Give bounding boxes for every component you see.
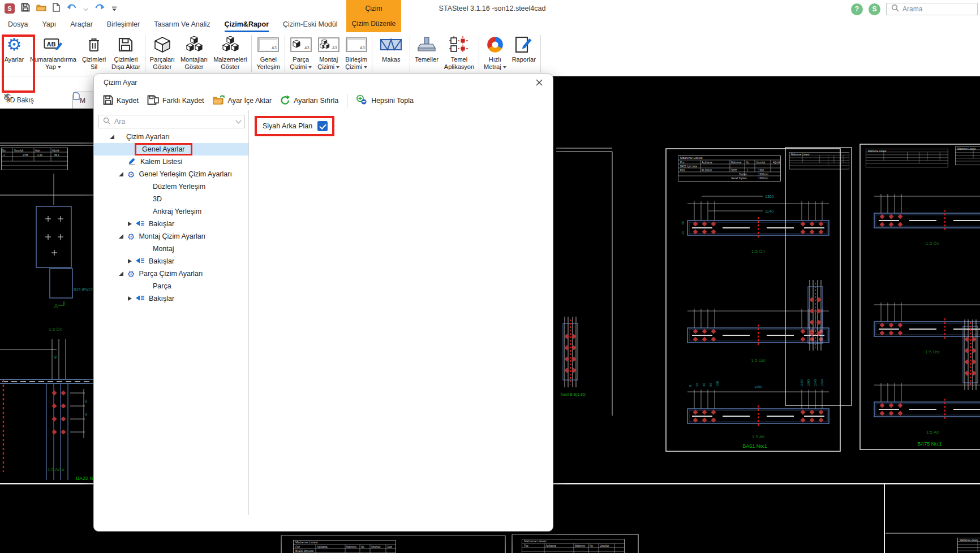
tab-yapi[interactable]: Yapı xyxy=(42,20,56,32)
tree-item-cizim-ayarlari[interactable]: Çizim Ayarları xyxy=(94,131,248,143)
tree-search-box[interactable] xyxy=(98,115,245,128)
ribbon-divider xyxy=(479,35,479,72)
global-search-box[interactable] xyxy=(886,3,978,15)
ribbon-button-montajlari-goster[interactable]: Montajları Göster xyxy=(178,33,210,75)
foundation-icon xyxy=(416,33,437,56)
settings-tree: Çizim Ayarları Genel Ayarlar Kalem Liste… xyxy=(94,131,248,305)
chevron-down-icon[interactable] xyxy=(236,118,242,124)
ribbon-button-raporlar[interactable]: Raporlar xyxy=(509,33,539,75)
tree-item-kalem-listesi[interactable]: Kalem Listesi xyxy=(94,155,248,168)
svg-text:2756: 2756 xyxy=(23,154,29,157)
tree-item-duzlem-yerlesim[interactable]: Düzlem Yerleşim xyxy=(94,180,248,193)
svg-text:Uzunluk: Uzunluk xyxy=(14,149,24,152)
expander-open-icon[interactable] xyxy=(119,271,123,276)
tab-cizim-rapor[interactable]: Çizim&Rapor xyxy=(225,20,269,32)
tree-item-montaj-cizim-ayarlari[interactable]: ⚙ Montaj Çizim Ayarları xyxy=(94,230,248,243)
gear-icon: ⚙ xyxy=(7,33,22,56)
tab-birlesimler[interactable]: Birleşimler xyxy=(107,20,140,32)
svg-text:1:5 Arka: 1:5 Arka xyxy=(48,467,65,472)
doc-tab-3d-bakis[interactable]: 3D Bakış xyxy=(3,93,43,107)
ribbon-button-temeller[interactable]: Temeller xyxy=(412,33,441,75)
open-folder-icon[interactable] xyxy=(36,3,46,14)
collect-all-button[interactable]: Hepsini Topla xyxy=(356,94,414,107)
global-search-input[interactable] xyxy=(902,5,965,13)
svg-text:1360mm: 1360mm xyxy=(758,177,768,180)
expander-closed-icon[interactable] xyxy=(128,296,132,301)
account-button[interactable]: S xyxy=(869,3,880,15)
ribbon-divider xyxy=(285,35,285,72)
tree-item-genel-ayarlar[interactable]: Genel Ayarlar xyxy=(94,143,248,155)
svg-text:Malzeme: Malzeme xyxy=(346,546,357,548)
tab-cizim-eski-modul[interactable]: Çizim-Eski Modül xyxy=(283,20,338,32)
customize-toolbar-icon[interactable] xyxy=(111,3,117,14)
ribbon-divider xyxy=(410,35,410,72)
tab-araclar[interactable]: Araçlar xyxy=(70,20,93,32)
ribbon-button-makas[interactable]: Makas xyxy=(374,33,408,75)
tree-item-bakislar-montaj[interactable]: Bakışlar xyxy=(94,255,248,267)
ribbon-button-genel-yerlesim[interactable]: A3 Genel Yerleşim xyxy=(253,33,283,75)
tab-cizim-duzenle[interactable]: Çizim Düzenle xyxy=(352,20,396,28)
save-as-settings-button[interactable]: Farklı Kaydet xyxy=(147,95,204,107)
svg-text:Genel Toplam: Genel Toplam xyxy=(731,177,747,180)
tree-item-bakislar-genel[interactable]: Bakışlar xyxy=(94,218,248,230)
ribbon-button-birlesim-cizimi[interactable]: A3 Birleşim Çizimi xyxy=(342,33,370,75)
svg-text:BA51 No:1: BA51 No:1 xyxy=(742,443,767,449)
assembly-drawing-icon: A3 xyxy=(318,33,339,56)
titlebar: S STASteel 3.1.16 -son12.steel4cad ? S D… xyxy=(0,0,980,32)
svg-text:Toplam: Toplam xyxy=(739,173,747,176)
collect-icon xyxy=(356,94,368,107)
reset-settings-button[interactable]: Ayarları Sıfırla xyxy=(280,95,338,107)
svg-text:40: 40 xyxy=(54,355,57,359)
tree-item-ankraj-yerlesim[interactable]: Ankraj Yerleşim xyxy=(94,205,248,218)
svg-text:Poz: Poz xyxy=(524,545,529,547)
expander-open-icon[interactable] xyxy=(110,135,114,139)
ribbon-button-cizimleri-disa-aktar[interactable]: Çizimleri Dışa Aktar xyxy=(109,33,143,75)
ribbon-button-numaralandirma-yap[interactable]: AB Numaralandırma Yap xyxy=(27,33,79,75)
import-folder-icon xyxy=(213,95,225,106)
undo-icon[interactable] xyxy=(66,3,77,14)
doc-tab-label: M xyxy=(80,97,85,105)
help-button[interactable]: ? xyxy=(851,3,863,15)
ribbon-button-temel-aplikasyon[interactable]: Temel Aplikasyon xyxy=(441,33,477,75)
tree-item-parca-cizim-ayarlari[interactable]: ⚙ Parça Çizim Ayarları xyxy=(94,267,248,280)
tab-dosya[interactable]: Dosya xyxy=(8,20,28,32)
expander-closed-icon[interactable] xyxy=(128,222,132,226)
save-icon[interactable] xyxy=(21,3,30,14)
expander-open-icon[interactable] xyxy=(119,172,123,176)
undo-dropdown-icon[interactable] xyxy=(83,3,88,14)
save-settings-button[interactable]: Kaydet xyxy=(103,95,139,107)
svg-text:1360mm: 1360mm xyxy=(758,173,768,176)
redo-icon[interactable] xyxy=(94,3,105,14)
dialog-titlebar[interactable]: Çizim Ayar xyxy=(94,74,553,91)
black-background-checkbox[interactable] xyxy=(317,121,328,131)
tree-item-montaj[interactable]: Montaj xyxy=(94,243,248,255)
ribbon-button-montaj-cizimi[interactable]: A3 Montaj Çizimi xyxy=(315,33,342,75)
tab-tasarim-ve-analiz[interactable]: Tasarım Ve Analiz xyxy=(154,20,210,32)
ribbon-button-malzemeleri-goster[interactable]: Malzemeleri Göster xyxy=(210,33,250,75)
import-settings-button[interactable]: Ayar İçe Aktar xyxy=(213,95,272,106)
app-logo[interactable]: S xyxy=(5,3,15,14)
ribbon-button-cizimleri-sil[interactable]: Çizimleri Sil xyxy=(79,33,109,75)
svg-text:PL200x8: PL200x8 xyxy=(702,169,712,172)
ribbon-button-parcalari-goster[interactable]: Parçaları Göster xyxy=(147,33,178,75)
svg-text:B25 IPN22: B25 IPN22 xyxy=(74,288,93,292)
tree-item-bakislar-parca[interactable]: Bakışlar xyxy=(94,292,248,305)
new-document-icon[interactable] xyxy=(53,3,60,14)
ribbon-button-ayarlar[interactable]: ⚙ Ayarlar xyxy=(1,33,27,75)
tree-search-input[interactable] xyxy=(114,118,233,126)
reset-icon xyxy=(280,95,290,107)
tree-item-label: Bakışlar xyxy=(149,220,174,228)
tree-item-parca[interactable]: Parça xyxy=(94,280,248,292)
ribbon-button-parca-cizimi[interactable]: A3 Parça Çizimi xyxy=(287,33,315,75)
svg-text:1240: 1240 xyxy=(814,379,817,387)
tree-item-label: Düzlem Yerleşim xyxy=(153,183,205,191)
dialog-close-button[interactable] xyxy=(531,76,547,89)
expander-closed-icon[interactable] xyxy=(128,259,132,263)
svg-text:Poz: Poz xyxy=(295,546,300,548)
tree-item-genel-yerlesim-cizim-ayarlari[interactable]: ⚙ Genel Yerleşim Çizim Ayarları xyxy=(94,168,248,180)
tree-item-3d[interactable]: 3D xyxy=(94,193,248,205)
expander-open-icon[interactable] xyxy=(119,234,123,239)
ribbon-button-hizli-metraj[interactable]: Hızlı Metraj xyxy=(481,33,509,75)
svg-text:No: No xyxy=(590,545,593,547)
cubes-icon xyxy=(221,33,239,56)
